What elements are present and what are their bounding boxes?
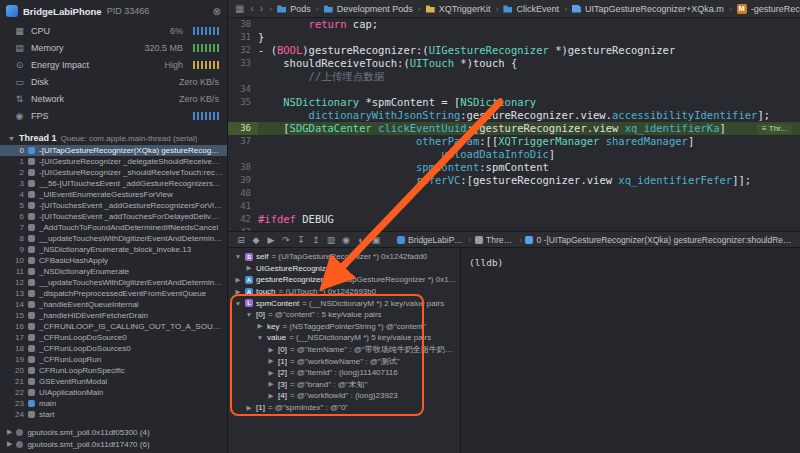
fps-gauge[interactable]: ◉FPS bbox=[0, 107, 227, 124]
stack-frame-1[interactable]: 1-[UIGestureRecognizer _delegateShouldRe… bbox=[0, 156, 227, 167]
code-line[interactable]: 34 bbox=[228, 83, 800, 96]
simulator-icon[interactable]: ▣ bbox=[369, 235, 383, 245]
jumpbar-item[interactable]: Pods bbox=[277, 4, 311, 14]
code-line[interactable]: //上传埋点数据 bbox=[228, 70, 800, 83]
stack-frame-12[interactable]: 12__updateTouchesWithDigitizerEventAndDe… bbox=[0, 277, 227, 288]
disclosure-triangle-icon[interactable]: ▶ bbox=[245, 404, 253, 412]
code-line[interactable]: 41 bbox=[228, 200, 800, 213]
stack-frame-23[interactable]: 23main bbox=[0, 398, 227, 409]
variable-row[interactable]: ▶[4]= @"workflowId" : (long)23923 bbox=[228, 390, 460, 402]
code-line[interactable]: 30 return cap; bbox=[228, 18, 800, 31]
disclosure-triangle-icon[interactable]: ▼ bbox=[256, 334, 264, 341]
stack-frame-20[interactable]: 20CFRunLoopRunSpecific bbox=[0, 365, 227, 376]
stack-frame-18[interactable]: 18_CFRunLoopDoSources0 bbox=[0, 343, 227, 354]
disclosure-triangle-icon[interactable]: ▶ bbox=[234, 288, 242, 296]
stack-frame-21[interactable]: 21GSEventRunModal bbox=[0, 376, 227, 387]
line-number[interactable]: 32 bbox=[228, 44, 258, 57]
variable-row[interactable]: ▶Atouch= (UITouch *) 0x1242693b0 bbox=[228, 286, 460, 298]
line-number[interactable]: 40 bbox=[228, 187, 258, 200]
line-number[interactable]: 43 bbox=[228, 226, 258, 231]
kill-process-icon[interactable]: ⊗ bbox=[213, 6, 221, 17]
disclosure-triangle-icon[interactable]: ▶ bbox=[267, 346, 275, 354]
stack-frame-19[interactable]: 19_CFRunLoopRun bbox=[0, 354, 227, 365]
code-line[interactable]: 33 shouldReceiveTouch:(UITouch *)touch { bbox=[228, 57, 800, 70]
disclosure-triangle-icon[interactable]: ▶ bbox=[267, 357, 275, 365]
variable-row[interactable]: ▼LspmContent= (__NSDictionaryM *) 2 key/… bbox=[228, 297, 460, 309]
stack-frame-17[interactable]: 17_CFRunLoopDoSource0 bbox=[0, 332, 227, 343]
variable-row[interactable]: ▼value= (__NSDictionaryM *) 5 key/value … bbox=[228, 332, 460, 344]
disclosure-triangle-icon[interactable]: ▶ bbox=[234, 276, 242, 284]
line-number[interactable] bbox=[228, 70, 258, 83]
disclosure-triangle-icon[interactable]: ▶ bbox=[7, 428, 12, 436]
stack-frame-15[interactable]: 15_handleHIDEventFetcherDrain bbox=[0, 310, 227, 321]
stack-frame-0[interactable]: 0-[UITapGestureRecognizer(XQka) gestureR… bbox=[0, 145, 227, 156]
disclosure-triangle-icon[interactable]: ▼ bbox=[245, 311, 253, 318]
disclosure-triangle-icon[interactable]: ▼ bbox=[8, 135, 15, 142]
variable-row[interactable]: ▶[3]= @"brand" : @"未知" bbox=[228, 379, 460, 391]
back-icon[interactable]: ‹ bbox=[249, 3, 254, 14]
stack-frame-5[interactable]: 5-[UITouchesEvent _addGestureRecognizers… bbox=[0, 200, 227, 211]
step-over-icon[interactable]: ↷ bbox=[279, 235, 293, 245]
code-line[interactable]: 36 [SDGDataCenter clickEventUuid:[gestur… bbox=[228, 122, 800, 135]
code-line[interactable]: 37 otherParam:[[XQTriggerManager sharedM… bbox=[228, 135, 800, 148]
thread-header[interactable]: ▼ Thread 1 Queue: com.apple.main-thread … bbox=[0, 130, 227, 145]
disk-gauge[interactable]: ▭DiskZero KB/s bbox=[0, 73, 227, 90]
disclosure-triangle-icon[interactable]: ▼ bbox=[234, 253, 242, 260]
line-number[interactable]: 30 bbox=[228, 18, 258, 31]
disclosure-triangle-icon[interactable]: ▶ bbox=[245, 264, 253, 272]
line-number[interactable]: 33 bbox=[228, 57, 258, 70]
line-number[interactable] bbox=[228, 148, 258, 161]
stack-frame-22[interactable]: 22UIApplicationMain bbox=[0, 387, 227, 398]
console-view[interactable]: (lldb) bbox=[461, 248, 800, 453]
stack-frame-4[interactable]: 4_UIEventEnumerateGesturesForView bbox=[0, 189, 227, 200]
stack-frame-11[interactable]: 11_NSDictionaryEnumerate bbox=[0, 266, 227, 277]
line-number[interactable]: 38 bbox=[228, 161, 258, 174]
related-items-icon[interactable]: ▦ bbox=[234, 3, 245, 14]
line-number[interactable]: 34 bbox=[228, 83, 258, 96]
code-line[interactable]: 35 NSDictionary *spmContent = [NSDiction… bbox=[228, 96, 800, 109]
jumpbar-item[interactable]: M-gestureRecognizer:shouldReceiveTouch: bbox=[737, 4, 800, 14]
variable-row[interactable]: ▼[0]= @"content" : 5 key/value pairs bbox=[228, 309, 460, 321]
code-line[interactable]: dictionaryWithJsonString:gestureRecogniz… bbox=[228, 109, 800, 122]
code-line[interactable]: 32- (BOOL)gestureRecognizer:(UIGestureRe… bbox=[228, 44, 800, 57]
continue-icon[interactable]: ▶ bbox=[264, 235, 278, 245]
energy-gauge[interactable]: ⊙Energy ImpactHigh bbox=[0, 56, 227, 73]
line-number[interactable]: 35 bbox=[228, 96, 258, 109]
line-number[interactable]: 36 bbox=[228, 122, 258, 135]
line-number[interactable]: 42 bbox=[228, 213, 258, 226]
source-editor[interactable]: 30 return cap;31}32- (BOOL)gestureRecogn… bbox=[228, 18, 800, 231]
stack-frame-10[interactable]: 10CFBasicHashApply bbox=[0, 255, 227, 266]
stack-frame-7[interactable]: 7_AddTouchToFoundAndDeterminedIfNeedsCan… bbox=[0, 222, 227, 233]
variable-row[interactable]: ▶[1]= @"workflowName" : @"测试" bbox=[228, 355, 460, 367]
breadcrumb-item[interactable]: Thread 1 bbox=[475, 235, 515, 245]
breadcrumb-item[interactable]: 0 -[UITapGestureRecognizer(XQka) gesture… bbox=[525, 235, 794, 245]
cpu-gauge[interactable]: ▦CPU6% bbox=[0, 22, 227, 39]
line-number[interactable] bbox=[228, 109, 258, 122]
variable-row[interactable]: ▶UIGestureRecognizer bbox=[228, 263, 460, 275]
breadcrumb-item[interactable]: BridgeLabiPhone bbox=[397, 235, 464, 245]
environment-overrides-icon[interactable]: ◐ bbox=[354, 235, 368, 245]
thread-row[interactable]: ▶gputools.smt_poll.0x11df17470 (6) bbox=[2, 438, 227, 450]
thread-row[interactable]: ▶gputools.smt_poll.0x11df05300 (4) bbox=[2, 426, 227, 438]
code-line[interactable]: 31} bbox=[228, 31, 800, 44]
stack-frame-6[interactable]: 6-[UITouchesEvent _addTouchesForDelayedD… bbox=[0, 211, 227, 222]
datatip-badge[interactable]: ≡ Thr... bbox=[757, 124, 792, 134]
disclosure-triangle-icon[interactable]: ▶ bbox=[256, 322, 264, 330]
stack-frame-2[interactable]: 2-[UIGestureRecognizer _shouldReceiveTou… bbox=[0, 167, 227, 178]
jumpbar-item[interactable]: Development Pods bbox=[324, 4, 413, 14]
step-out-icon[interactable]: ↥ bbox=[309, 235, 323, 245]
jumpbar-item[interactable]: UITapGestureRecognizer+XQka.m bbox=[572, 4, 724, 14]
step-into-icon[interactable]: ↧ bbox=[294, 235, 308, 245]
jumpbar-item[interactable]: ClickEvent bbox=[503, 4, 559, 14]
variable-row[interactable]: ▶key= (NSTaggedPointerString *) @"conten… bbox=[228, 321, 460, 333]
memory-graph-icon[interactable]: ◉ bbox=[339, 235, 353, 245]
code-line[interactable]: 42#ifdef DEBUG bbox=[228, 213, 800, 226]
code-line[interactable]: 43 bbox=[228, 226, 800, 231]
stack-frame-8[interactable]: 8__updateTouchesWithDigitizerEventAndDet… bbox=[0, 233, 227, 244]
debug-view-hierarchy-icon[interactable]: ▥ bbox=[324, 235, 338, 245]
variables-view[interactable]: ▼Sself= (UITapGestureRecognizer *) 0x124… bbox=[228, 248, 461, 453]
disclosure-triangle-icon[interactable]: ▶ bbox=[267, 369, 275, 377]
stack-frame-24[interactable]: 24start bbox=[0, 409, 227, 420]
stack-frame-16[interactable]: 16_CFRUNLOOP_IS_CALLING_OUT_TO_A_SOURCE0… bbox=[0, 321, 227, 332]
jumpbar-item[interactable]: XQTriggerKit bbox=[426, 4, 491, 14]
